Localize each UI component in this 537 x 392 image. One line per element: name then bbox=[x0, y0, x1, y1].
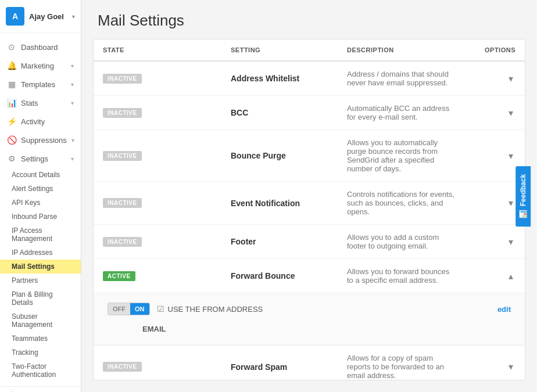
options-cell: ▾ bbox=[457, 148, 515, 164]
user-chevron-icon: ▾ bbox=[72, 13, 75, 20]
templates-chevron-icon: ▾ bbox=[71, 81, 74, 88]
settings-icon: ⚙ bbox=[7, 154, 16, 163]
feedback-tab[interactable]: 📊 Feedback bbox=[515, 166, 531, 226]
templates-icon: ▦ bbox=[7, 80, 16, 89]
settings-table: STATE SETTING DESCRIPTION OPTIONS INACTI… bbox=[93, 39, 525, 380]
description-text: Allows you to automatically purge bounce… bbox=[347, 138, 457, 173]
status-badge: INACTIVE bbox=[103, 74, 142, 84]
expand-button[interactable]: ▾ bbox=[506, 105, 515, 121]
toggle-row: OFF ON ☑ USE THE FROM ADDRESS edit bbox=[108, 303, 511, 315]
sidebar-item-tracking[interactable]: Tracking bbox=[0, 346, 81, 359]
expand-button[interactable]: ▾ bbox=[506, 71, 515, 87]
state-cell: INACTIVE bbox=[103, 237, 231, 247]
feedback-icon: 📊 bbox=[519, 210, 527, 218]
table-row-forward-bounce: ACTIVE Forward Bounce Allows you to forw… bbox=[94, 259, 525, 293]
expand-button[interactable]: ▾ bbox=[506, 234, 515, 250]
email-label: EMAIL bbox=[108, 322, 511, 333]
table-row: INACTIVE Event Notification Controls not… bbox=[94, 182, 525, 225]
expand-button[interactable]: ▾ bbox=[506, 148, 515, 164]
sidebar-item-dashboard[interactable]: ⊙ Dashboard bbox=[0, 38, 81, 56]
sidebar-item-stats[interactable]: 📊 Stats ▾ bbox=[0, 93, 81, 112]
options-cell: ▾ bbox=[457, 105, 515, 121]
description-text: Allows for a copy of spam reports to be … bbox=[347, 354, 457, 380]
dashboard-icon: ⊙ bbox=[7, 42, 16, 52]
options-cell: ▾ bbox=[457, 359, 515, 375]
description-text: Address / domains that should never have… bbox=[347, 70, 457, 87]
expand-button[interactable]: ▾ bbox=[506, 195, 515, 211]
col-header-options: OPTIONS bbox=[457, 46, 515, 53]
state-cell: ACTIVE bbox=[103, 271, 231, 281]
options-cell: ▾ bbox=[457, 234, 515, 250]
table-row: INACTIVE Bounce Purge Allows you to auto… bbox=[94, 130, 525, 182]
marketing-icon: 🔔 bbox=[7, 61, 16, 70]
sidebar-item-settings[interactable]: ⚙ Settings ▾ bbox=[0, 149, 81, 168]
sidebar-item-alert-settings[interactable]: Alert Settings bbox=[0, 182, 81, 196]
status-badge: INACTIVE bbox=[103, 108, 142, 118]
sidebar-item-activity[interactable]: ⚡ Activity bbox=[0, 112, 81, 131]
sidebar-item-marketing[interactable]: 🔔 Marketing ▾ bbox=[0, 56, 81, 75]
options-cell: ▾ bbox=[457, 71, 515, 87]
setting-name: Bounce Purge bbox=[231, 151, 347, 160]
setting-name: Forward Spam bbox=[231, 362, 347, 372]
state-cell: INACTIVE bbox=[103, 108, 231, 118]
toggle-off-label[interactable]: OFF bbox=[108, 303, 130, 315]
suppressions-icon: 🚫 bbox=[7, 135, 16, 145]
forward-bounce-expanded: OFF ON ☑ USE THE FROM ADDRESS edit EMAIL bbox=[94, 293, 525, 346]
status-badge: INACTIVE bbox=[103, 198, 142, 208]
setting-name: Forward Bounce bbox=[231, 271, 347, 280]
sidebar-item-plan-billing[interactable]: Plan & Billing Details bbox=[0, 287, 81, 310]
sidebar-item-two-factor[interactable]: Two-Factor Authentication bbox=[0, 359, 81, 382]
expand-button[interactable]: ▾ bbox=[506, 359, 515, 375]
collapse-button[interactable]: ▴ bbox=[506, 268, 515, 284]
checkbox-icon[interactable]: ☑ bbox=[157, 304, 164, 314]
sidebar-nav: ⊙ Dashboard 🔔 Marketing ▾ ▦ Templates ▾ … bbox=[0, 33, 81, 386]
col-header-description: DESCRIPTION bbox=[347, 46, 457, 53]
description-text: Allows you to forward bounces to a speci… bbox=[347, 267, 457, 285]
sidebar-item-inbound-parse[interactable]: Inbound Parse bbox=[0, 210, 81, 224]
settings-chevron-icon: ▾ bbox=[71, 156, 74, 162]
description-text: Automatically BCC an address for every e… bbox=[347, 104, 457, 121]
status-badge: ACTIVE bbox=[103, 271, 135, 281]
stats-chevron-icon: ▾ bbox=[71, 100, 74, 106]
username-label: Ajay Goel bbox=[29, 12, 64, 21]
use-from-address-label: ☑ USE THE FROM ADDRESS bbox=[157, 304, 263, 314]
page-header: Mail Settings bbox=[81, 0, 537, 39]
col-header-setting: SETTING bbox=[231, 46, 347, 53]
sidebar-header[interactable]: A Ajay Goel ▾ bbox=[0, 0, 81, 33]
stats-icon: 📊 bbox=[7, 98, 16, 107]
avatar: A bbox=[6, 7, 24, 26]
activity-icon: ⚡ bbox=[7, 117, 16, 126]
description-text: Controls notifications for events, such … bbox=[347, 190, 457, 216]
setting-name: BCC bbox=[231, 108, 347, 117]
status-badge: INACTIVE bbox=[103, 362, 142, 372]
sidebar-item-suppressions[interactable]: 🚫 Suppressions ▾ bbox=[0, 131, 81, 149]
state-cell: INACTIVE bbox=[103, 362, 231, 372]
page-title: Mail Settings bbox=[98, 12, 521, 30]
sidebar-item-experiments[interactable]: 💡 Experiments bbox=[0, 386, 81, 392]
sidebar-item-mail-settings[interactable]: Mail Settings bbox=[0, 260, 81, 274]
status-badge: INACTIVE bbox=[103, 237, 142, 247]
sidebar-item-api-keys[interactable]: API Keys bbox=[0, 196, 81, 210]
marketing-chevron-icon: ▾ bbox=[71, 63, 74, 69]
toggle-switch[interactable]: OFF ON bbox=[108, 303, 150, 315]
table-row: INACTIVE BCC Automatically BCC an addres… bbox=[94, 96, 525, 130]
sidebar-item-partners[interactable]: Partners bbox=[0, 274, 81, 287]
col-header-state: STATE bbox=[103, 46, 231, 53]
table-row: INACTIVE Footer Allows you to add a cust… bbox=[94, 225, 525, 259]
setting-name: Address Whitelist bbox=[231, 74, 347, 83]
state-cell: INACTIVE bbox=[103, 198, 231, 208]
toggle-on-label[interactable]: ON bbox=[130, 303, 149, 315]
state-cell: INACTIVE bbox=[103, 74, 231, 84]
table-header-row: STATE SETTING DESCRIPTION OPTIONS bbox=[94, 39, 525, 62]
sidebar-item-ip-access[interactable]: IP Access Management bbox=[0, 224, 81, 246]
sidebar-item-ip-addresses[interactable]: IP Addresses bbox=[0, 246, 81, 260]
table-row: INACTIVE Address Whitelist Address / dom… bbox=[94, 62, 525, 96]
table-row: INACTIVE Forward Spam Allows for a copy … bbox=[94, 346, 525, 380]
status-badge: INACTIVE bbox=[103, 151, 142, 161]
setting-name: Event Notification bbox=[231, 199, 347, 208]
edit-link[interactable]: edit bbox=[497, 305, 511, 314]
sidebar-item-templates[interactable]: ▦ Templates ▾ bbox=[0, 75, 81, 93]
sidebar-item-teammates[interactable]: Teammates bbox=[0, 332, 81, 346]
sidebar-item-account-details[interactable]: Account Details bbox=[0, 168, 81, 182]
sidebar-item-subuser[interactable]: Subuser Management bbox=[0, 310, 81, 332]
